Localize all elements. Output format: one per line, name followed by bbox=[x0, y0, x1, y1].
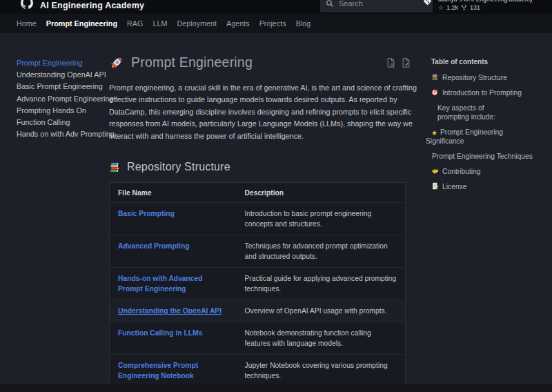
file-link-comprehensive-prompt-engineering-notebook[interactable]: Comprehensive Prompt Engineering Noteboo… bbox=[118, 362, 198, 380]
nav-tab-agents[interactable]: Agents bbox=[226, 19, 250, 28]
books-icon bbox=[109, 161, 121, 173]
nav-tab-rag[interactable]: RAG bbox=[127, 19, 143, 28]
toc-title: Table of contents bbox=[431, 58, 545, 66]
site-title: AI Engineering Academy bbox=[40, 1, 144, 10]
search-icon bbox=[326, 0, 334, 8]
toc-item-license[interactable]: License bbox=[431, 182, 545, 191]
table-row: Comprehensive Prompt Engineering Noteboo… bbox=[110, 355, 406, 384]
toc-item-label: Prompt Engineering Techniques bbox=[432, 152, 533, 161]
toc-item-contributing[interactable]: Contributing bbox=[431, 167, 545, 176]
sidebar-item-hands-on-with-adv-prompting[interactable]: Hands on with Adv Prompting bbox=[17, 128, 109, 140]
table-row: Function Calling in LLMs Notebook demons… bbox=[110, 322, 406, 355]
table-row: Advanced Prompting Techniques for advanc… bbox=[110, 235, 406, 268]
file-link-function-calling-in-llms[interactable]: Function Calling in LLMs bbox=[118, 329, 202, 337]
toc-item-label: Contributing bbox=[442, 167, 481, 176]
table-row: Understanding the OpenAI API Overview of… bbox=[110, 300, 406, 322]
star-icon: ★ bbox=[431, 130, 437, 137]
search-box[interactable] bbox=[320, 0, 433, 12]
star-outline-icon: ☆ bbox=[438, 3, 444, 12]
file-description: Practical guide for applying advanced pr… bbox=[237, 268, 406, 300]
table-of-contents: Table of contents Repository Structure bbox=[415, 33, 552, 384]
sidebar-item-understanding-openai-api[interactable]: Understanding OpenAI API bbox=[17, 69, 109, 81]
git-icon bbox=[422, 0, 433, 6]
target-icon bbox=[431, 88, 439, 96]
repo-facts: ☆ 1.2k 131 bbox=[438, 3, 533, 12]
repository-structure-table: File Name Description Basic Prompting In… bbox=[109, 182, 406, 384]
file-description: Overview of OpenAI API usage with prompt… bbox=[237, 300, 406, 322]
fork-icon bbox=[461, 4, 467, 11]
table-row: Basic Prompting Introduction to basic pr… bbox=[110, 203, 406, 235]
app-window: AI Engineering Academy adithya-s-k/AI-En… bbox=[0, 0, 552, 392]
column-header-description: Description bbox=[237, 183, 406, 203]
nav-tab-llm[interactable]: LLM bbox=[152, 19, 167, 28]
search-input[interactable] bbox=[339, 0, 422, 8]
footer-bar bbox=[0, 384, 552, 392]
main-nav: Home Prompt Engineering RAG LLM Deployme… bbox=[0, 14, 552, 33]
books-icon bbox=[431, 73, 439, 81]
memo-icon bbox=[431, 182, 439, 190]
nav-tab-home[interactable]: Home bbox=[17, 19, 37, 28]
file-description: Introduction to basic prompt engineering… bbox=[237, 203, 406, 235]
column-header-file-name: File Name bbox=[110, 183, 237, 203]
content-area: Prompt Engineering Understanding OpenAI … bbox=[0, 33, 552, 384]
sidebar-item-basic-prompt-engineering[interactable]: Basic Prompt Engineering bbox=[17, 81, 109, 92]
file-description: Notebook demonstrating function calling … bbox=[237, 322, 406, 355]
nav-tab-prompt-engineering[interactable]: Prompt Engineering bbox=[46, 19, 117, 28]
file-link-advanced-prompting[interactable]: Advanced Prompting bbox=[118, 242, 190, 250]
repo-star-count: 1.2k bbox=[446, 3, 458, 12]
sidebar-item-prompt-engineering[interactable]: Prompt Engineering bbox=[17, 57, 109, 69]
table-row: Hands-on with Advanced Prompt Engineerin… bbox=[110, 268, 406, 300]
toc-item-prompt-engineering-significance[interactable]: ★Prompt Engineering Significance bbox=[426, 128, 514, 146]
edit-page-icon[interactable] bbox=[402, 58, 411, 68]
nav-tab-projects[interactable]: Projects bbox=[259, 19, 286, 28]
file-link-understanding-the-openai-api[interactable]: Understanding the OpenAI API bbox=[118, 307, 221, 315]
toc-item-introduction-to-prompting[interactable]: Introduction to Prompting bbox=[431, 88, 545, 97]
repo-meta: adithya-s-k/AI-Engineering.academy ☆ 1.2… bbox=[438, 0, 533, 12]
nav-tab-deployment[interactable]: Deployment bbox=[177, 19, 217, 28]
file-description: Jupyter Notebook covering various prompt… bbox=[237, 355, 406, 384]
toc-item-label: License bbox=[442, 182, 467, 191]
file-link-hands-on-advanced-prompt-engineering[interactable]: Hands-on with Advanced Prompt Engineerin… bbox=[118, 275, 203, 293]
top-header-bar: AI Engineering Academy adithya-s-k/AI-En… bbox=[0, 0, 552, 14]
github-logo-icon[interactable] bbox=[21, 0, 33, 9]
handshake-icon bbox=[431, 167, 439, 175]
toc-item-label: Introduction to Prompting bbox=[442, 88, 522, 97]
sidebar-item-advance-prompt-engineering[interactable]: Advance Prompt Engineering bbox=[17, 93, 109, 105]
repo-name: adithya-s-k/AI-Engineering.academy bbox=[438, 0, 533, 3]
toc-item-prompt-engineering-techniques[interactable]: Prompt Engineering Techniques bbox=[431, 152, 545, 161]
nav-tab-blog[interactable]: Blog bbox=[296, 19, 311, 28]
repo-info[interactable]: adithya-s-k/AI-Engineering.academy ☆ 1.2… bbox=[422, 0, 533, 12]
toc-item-label: Key aspects of prompting include: bbox=[437, 104, 513, 121]
sidebar-item-function-calling[interactable]: Function Calling bbox=[17, 117, 109, 128]
view-source-icon[interactable] bbox=[386, 58, 395, 68]
repo-fork-count: 131 bbox=[470, 3, 480, 12]
file-description: Techniques for advanced prompt optimizat… bbox=[237, 235, 406, 268]
toc-item-label: Repository Structure bbox=[442, 73, 507, 82]
left-sidebar: Prompt Engineering Understanding OpenAI … bbox=[0, 33, 109, 384]
toc-item-repository-structure[interactable]: Repository Structure bbox=[431, 73, 545, 82]
main-article: Prompt Engineering Prompt enginee bbox=[109, 33, 415, 384]
intro-paragraph: Prompt engineering, a crucial skill in t… bbox=[109, 82, 417, 142]
file-link-basic-prompting[interactable]: Basic Prompting bbox=[118, 210, 175, 217]
page-title: Prompt Engineering bbox=[131, 55, 253, 70]
toc-item-key-aspects[interactable]: Key aspects of prompting include: bbox=[431, 104, 513, 121]
section-title-repository-structure: Repository Structure bbox=[127, 161, 230, 173]
sidebar-item-prompting-hands-on[interactable]: Prompting Hands On bbox=[17, 105, 109, 117]
rocket-icon bbox=[109, 55, 124, 70]
